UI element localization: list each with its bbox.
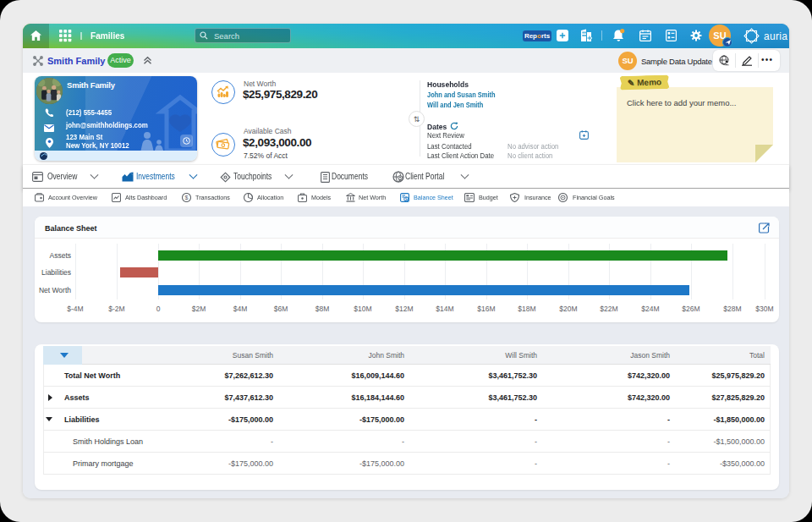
svg-text:$: $ (405, 196, 408, 201)
svg-text:$: $ (185, 195, 189, 201)
